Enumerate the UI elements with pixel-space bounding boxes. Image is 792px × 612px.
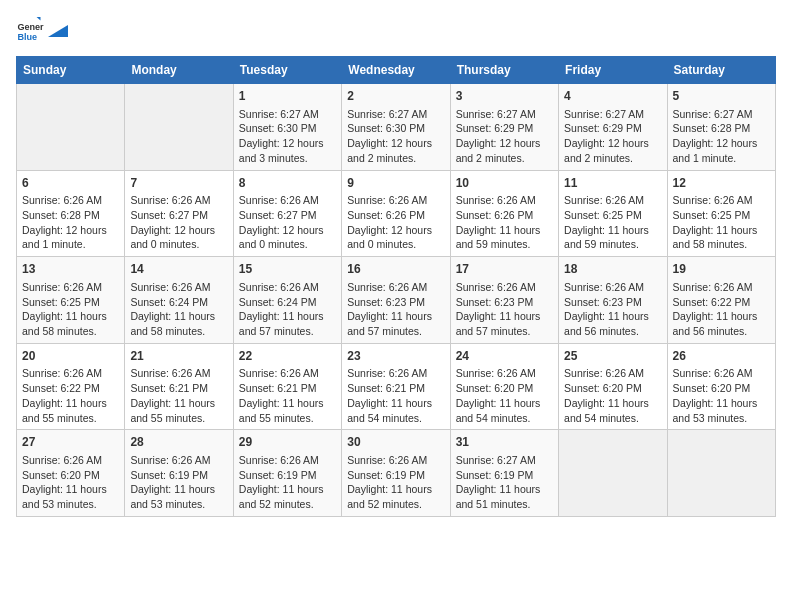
- calendar-cell: 30Sunrise: 6:26 AMSunset: 6:19 PMDayligh…: [342, 430, 450, 517]
- calendar-cell: 2Sunrise: 6:27 AMSunset: 6:30 PMDaylight…: [342, 84, 450, 171]
- day-info: Sunrise: 6:26 AMSunset: 6:27 PMDaylight:…: [239, 193, 336, 252]
- day-info: Sunrise: 6:26 AMSunset: 6:24 PMDaylight:…: [130, 280, 227, 339]
- day-info: Sunrise: 6:26 AMSunset: 6:27 PMDaylight:…: [130, 193, 227, 252]
- calendar-cell: 24Sunrise: 6:26 AMSunset: 6:20 PMDayligh…: [450, 343, 558, 430]
- calendar-cell: 22Sunrise: 6:26 AMSunset: 6:21 PMDayligh…: [233, 343, 341, 430]
- day-number: 10: [456, 175, 553, 192]
- day-info: Sunrise: 6:26 AMSunset: 6:20 PMDaylight:…: [456, 366, 553, 425]
- day-number: 30: [347, 434, 444, 451]
- day-number: 16: [347, 261, 444, 278]
- header-wednesday: Wednesday: [342, 57, 450, 84]
- week-row-5: 27Sunrise: 6:26 AMSunset: 6:20 PMDayligh…: [17, 430, 776, 517]
- day-info: Sunrise: 6:26 AMSunset: 6:20 PMDaylight:…: [673, 366, 770, 425]
- logo: General Blue: [16, 16, 68, 44]
- day-number: 6: [22, 175, 119, 192]
- day-info: Sunrise: 6:26 AMSunset: 6:21 PMDaylight:…: [347, 366, 444, 425]
- calendar-cell: 20Sunrise: 6:26 AMSunset: 6:22 PMDayligh…: [17, 343, 125, 430]
- calendar-cell: 9Sunrise: 6:26 AMSunset: 6:26 PMDaylight…: [342, 170, 450, 257]
- day-info: Sunrise: 6:26 AMSunset: 6:19 PMDaylight:…: [130, 453, 227, 512]
- day-info: Sunrise: 6:26 AMSunset: 6:28 PMDaylight:…: [22, 193, 119, 252]
- day-number: 13: [22, 261, 119, 278]
- calendar-cell: 8Sunrise: 6:26 AMSunset: 6:27 PMDaylight…: [233, 170, 341, 257]
- day-number: 27: [22, 434, 119, 451]
- day-number: 31: [456, 434, 553, 451]
- day-number: 3: [456, 88, 553, 105]
- calendar-cell: 1Sunrise: 6:27 AMSunset: 6:30 PMDaylight…: [233, 84, 341, 171]
- calendar-cell: 11Sunrise: 6:26 AMSunset: 6:25 PMDayligh…: [559, 170, 667, 257]
- logo-icon: General Blue: [16, 16, 44, 44]
- calendar-cell: 7Sunrise: 6:26 AMSunset: 6:27 PMDaylight…: [125, 170, 233, 257]
- day-number: 1: [239, 88, 336, 105]
- day-number: 22: [239, 348, 336, 365]
- week-row-2: 6Sunrise: 6:26 AMSunset: 6:28 PMDaylight…: [17, 170, 776, 257]
- day-info: Sunrise: 6:26 AMSunset: 6:25 PMDaylight:…: [673, 193, 770, 252]
- calendar-cell: 31Sunrise: 6:27 AMSunset: 6:19 PMDayligh…: [450, 430, 558, 517]
- calendar-header: SundayMondayTuesdayWednesdayThursdayFrid…: [17, 57, 776, 84]
- day-number: 4: [564, 88, 661, 105]
- calendar-cell: 15Sunrise: 6:26 AMSunset: 6:24 PMDayligh…: [233, 257, 341, 344]
- day-info: Sunrise: 6:26 AMSunset: 6:22 PMDaylight:…: [673, 280, 770, 339]
- calendar-cell: [125, 84, 233, 171]
- day-info: Sunrise: 6:26 AMSunset: 6:26 PMDaylight:…: [456, 193, 553, 252]
- header-row: SundayMondayTuesdayWednesdayThursdayFrid…: [17, 57, 776, 84]
- day-info: Sunrise: 6:26 AMSunset: 6:22 PMDaylight:…: [22, 366, 119, 425]
- day-number: 18: [564, 261, 661, 278]
- day-info: Sunrise: 6:26 AMSunset: 6:23 PMDaylight:…: [564, 280, 661, 339]
- day-info: Sunrise: 6:26 AMSunset: 6:20 PMDaylight:…: [564, 366, 661, 425]
- day-info: Sunrise: 6:26 AMSunset: 6:19 PMDaylight:…: [347, 453, 444, 512]
- calendar-cell: 19Sunrise: 6:26 AMSunset: 6:22 PMDayligh…: [667, 257, 775, 344]
- calendar-cell: 21Sunrise: 6:26 AMSunset: 6:21 PMDayligh…: [125, 343, 233, 430]
- day-number: 15: [239, 261, 336, 278]
- week-row-4: 20Sunrise: 6:26 AMSunset: 6:22 PMDayligh…: [17, 343, 776, 430]
- day-number: 2: [347, 88, 444, 105]
- day-info: Sunrise: 6:26 AMSunset: 6:26 PMDaylight:…: [347, 193, 444, 252]
- day-number: 8: [239, 175, 336, 192]
- header-saturday: Saturday: [667, 57, 775, 84]
- day-number: 26: [673, 348, 770, 365]
- day-number: 24: [456, 348, 553, 365]
- day-number: 29: [239, 434, 336, 451]
- page-header: General Blue: [16, 16, 776, 44]
- day-number: 7: [130, 175, 227, 192]
- calendar-cell: 25Sunrise: 6:26 AMSunset: 6:20 PMDayligh…: [559, 343, 667, 430]
- day-info: Sunrise: 6:27 AMSunset: 6:30 PMDaylight:…: [239, 107, 336, 166]
- calendar-cell: 26Sunrise: 6:26 AMSunset: 6:20 PMDayligh…: [667, 343, 775, 430]
- calendar-cell: 6Sunrise: 6:26 AMSunset: 6:28 PMDaylight…: [17, 170, 125, 257]
- svg-marker-2: [37, 17, 41, 21]
- header-tuesday: Tuesday: [233, 57, 341, 84]
- day-info: Sunrise: 6:27 AMSunset: 6:29 PMDaylight:…: [564, 107, 661, 166]
- calendar-cell: 10Sunrise: 6:26 AMSunset: 6:26 PMDayligh…: [450, 170, 558, 257]
- calendar-cell: [17, 84, 125, 171]
- day-number: 19: [673, 261, 770, 278]
- calendar-cell: 5Sunrise: 6:27 AMSunset: 6:28 PMDaylight…: [667, 84, 775, 171]
- calendar-body: 1Sunrise: 6:27 AMSunset: 6:30 PMDaylight…: [17, 84, 776, 517]
- day-number: 9: [347, 175, 444, 192]
- day-info: Sunrise: 6:26 AMSunset: 6:23 PMDaylight:…: [456, 280, 553, 339]
- day-info: Sunrise: 6:27 AMSunset: 6:29 PMDaylight:…: [456, 107, 553, 166]
- week-row-3: 13Sunrise: 6:26 AMSunset: 6:25 PMDayligh…: [17, 257, 776, 344]
- day-info: Sunrise: 6:27 AMSunset: 6:30 PMDaylight:…: [347, 107, 444, 166]
- calendar-cell: 17Sunrise: 6:26 AMSunset: 6:23 PMDayligh…: [450, 257, 558, 344]
- day-info: Sunrise: 6:26 AMSunset: 6:20 PMDaylight:…: [22, 453, 119, 512]
- calendar-cell: 28Sunrise: 6:26 AMSunset: 6:19 PMDayligh…: [125, 430, 233, 517]
- calendar-cell: 16Sunrise: 6:26 AMSunset: 6:23 PMDayligh…: [342, 257, 450, 344]
- calendar-table: SundayMondayTuesdayWednesdayThursdayFrid…: [16, 56, 776, 517]
- day-info: Sunrise: 6:27 AMSunset: 6:28 PMDaylight:…: [673, 107, 770, 166]
- day-info: Sunrise: 6:26 AMSunset: 6:25 PMDaylight:…: [22, 280, 119, 339]
- day-info: Sunrise: 6:26 AMSunset: 6:21 PMDaylight:…: [239, 366, 336, 425]
- svg-marker-3: [48, 25, 68, 37]
- day-number: 23: [347, 348, 444, 365]
- day-info: Sunrise: 6:26 AMSunset: 6:23 PMDaylight:…: [347, 280, 444, 339]
- day-number: 5: [673, 88, 770, 105]
- svg-text:Blue: Blue: [17, 32, 37, 42]
- calendar-cell: 18Sunrise: 6:26 AMSunset: 6:23 PMDayligh…: [559, 257, 667, 344]
- logo-triangle-icon: [48, 15, 68, 37]
- day-number: 17: [456, 261, 553, 278]
- day-number: 28: [130, 434, 227, 451]
- day-info: Sunrise: 6:26 AMSunset: 6:21 PMDaylight:…: [130, 366, 227, 425]
- day-number: 25: [564, 348, 661, 365]
- calendar-cell: [559, 430, 667, 517]
- day-number: 11: [564, 175, 661, 192]
- calendar-cell: 23Sunrise: 6:26 AMSunset: 6:21 PMDayligh…: [342, 343, 450, 430]
- day-number: 20: [22, 348, 119, 365]
